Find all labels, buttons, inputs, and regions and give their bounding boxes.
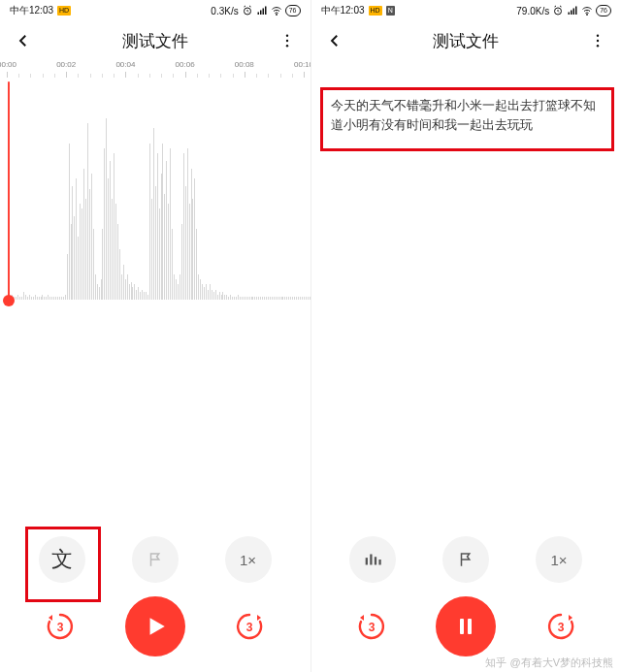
sim-chip-icon: HD	[369, 6, 382, 16]
page-title: 测试文件	[122, 30, 188, 52]
flag-icon	[147, 551, 164, 568]
flag-icon	[457, 551, 474, 568]
waveform-icon	[362, 549, 383, 570]
svg-text:3: 3	[246, 621, 253, 634]
svg-text:3: 3	[368, 621, 375, 634]
alarm-icon	[242, 5, 253, 16]
flag-button[interactable]	[132, 536, 179, 583]
nav-bar: 测试文件	[311, 21, 622, 60]
svg-rect-18	[468, 619, 472, 634]
playhead-handle[interactable]	[3, 295, 15, 306]
toolbar: 文 1×	[0, 536, 310, 583]
svg-rect-15	[379, 560, 381, 565]
svg-point-4	[285, 45, 287, 47]
playback-controls: 3 3	[311, 596, 622, 656]
time-ruler: 00:0000:0200:0400:0600:0800:10	[0, 60, 310, 81]
speed-button[interactable]: 1×	[225, 536, 272, 583]
battery-icon: 76	[285, 5, 301, 16]
svg-point-11	[597, 45, 599, 47]
chevron-left-icon	[15, 32, 32, 49]
svg-point-10	[597, 40, 599, 42]
pause-icon	[454, 615, 477, 638]
play-icon	[143, 614, 168, 639]
nav-bar: 测试文件	[0, 21, 310, 60]
waveform-toggle-button[interactable]	[349, 536, 396, 583]
back-button[interactable]	[321, 27, 348, 54]
rewind-icon: 3	[43, 609, 78, 644]
svg-point-2	[285, 35, 287, 37]
forward-icon: 3	[543, 609, 578, 644]
forward-3s-button[interactable]: 3	[228, 605, 271, 648]
nfc-chip-icon: N	[386, 6, 395, 16]
back-button[interactable]	[10, 27, 37, 54]
svg-point-8	[587, 15, 588, 16]
waveform[interactable]	[0, 81, 310, 300]
phone-left: 中午12:03 HD 0.3K/s 76 测试文件 00:0000:0200:0…	[0, 0, 310, 672]
svg-point-1	[276, 15, 277, 16]
wifi-icon	[581, 5, 593, 16]
svg-text:3: 3	[57, 621, 64, 634]
svg-rect-12	[366, 558, 368, 564]
signal-icon	[256, 5, 268, 16]
status-net-speed: 0.3K/s	[211, 6, 238, 16]
signal-icon	[567, 5, 578, 16]
transcript-text[interactable]: 今天的天气不错毫升和小米一起出去打篮球不知道小明有没有时间和我一起出去玩玩	[323, 90, 611, 141]
more-vert-icon	[589, 32, 606, 49]
more-vert-icon	[278, 32, 296, 49]
svg-rect-13	[371, 555, 373, 565]
playback-controls: 3 3	[0, 596, 310, 656]
status-time: 中午12:03	[321, 4, 365, 17]
status-bar: 中午12:03 HD 0.3K/s 76	[0, 0, 310, 21]
playhead-line[interactable]	[8, 81, 10, 300]
svg-point-3	[285, 40, 287, 42]
rewind-icon: 3	[354, 609, 389, 644]
speed-button[interactable]: 1×	[536, 536, 582, 583]
status-bar: 中午12:03 HD N 79.0K/s 76	[311, 0, 622, 21]
status-time: 中午12:03	[10, 4, 53, 17]
forward-3s-button[interactable]: 3	[539, 605, 582, 648]
transcribe-button[interactable]: 文	[39, 536, 85, 583]
more-button[interactable]	[584, 27, 611, 54]
toolbar: 1×	[311, 536, 622, 583]
pause-button[interactable]	[436, 596, 496, 656]
chevron-left-icon	[326, 32, 343, 49]
flag-button[interactable]	[442, 536, 489, 583]
svg-point-9	[597, 35, 599, 37]
svg-rect-17	[460, 619, 464, 634]
battery-icon: 76	[596, 5, 611, 16]
play-button[interactable]	[125, 596, 185, 656]
sim-chip-icon: HD	[57, 6, 71, 16]
forward-icon: 3	[232, 609, 267, 644]
rewind-3s-button[interactable]: 3	[39, 605, 82, 648]
status-net-speed: 79.0K/s	[516, 6, 549, 16]
wifi-icon	[271, 5, 282, 16]
alarm-icon	[552, 5, 564, 16]
more-button[interactable]	[274, 27, 301, 54]
page-title: 测试文件	[433, 30, 499, 52]
svg-text:3: 3	[557, 621, 564, 634]
rewind-3s-button[interactable]: 3	[350, 605, 393, 648]
watermark: 知乎 @有着大V梦的科技熊	[485, 656, 613, 670]
svg-rect-14	[375, 557, 376, 564]
